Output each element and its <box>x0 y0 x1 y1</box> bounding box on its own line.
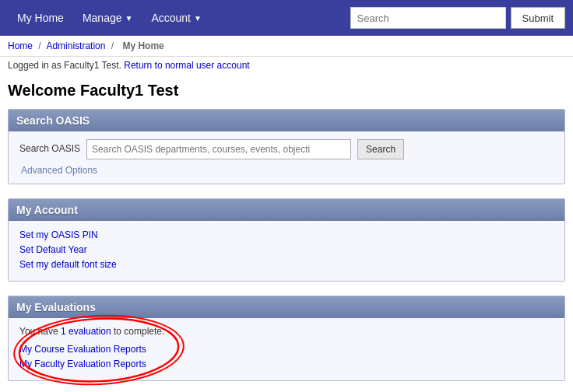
set-default-year-link[interactable]: Set Default Year <box>19 244 87 255</box>
course-eval-reports-link[interactable]: My Course Evaluation Reports <box>19 344 146 355</box>
breadcrumb: Home / Administration / My Home <box>0 36 573 57</box>
eval-links-list: My Course Evaluation Reports My Faculty … <box>19 343 554 369</box>
my-evaluations-header: My Evaluations <box>9 296 564 318</box>
list-item: Set Default Year <box>19 243 554 255</box>
faculty-eval-reports-link[interactable]: My Faculty Evaluation Reports <box>19 359 146 369</box>
list-item: My Faculty Evaluation Reports <box>19 358 554 369</box>
nav-myhome[interactable]: My Home <box>8 5 73 30</box>
set-default-font-link[interactable]: Set my default font size <box>19 259 117 270</box>
search-oasis-body: Search OASIS Search Advanced Options <box>9 131 564 184</box>
nav-account[interactable]: Account ▼ <box>142 5 211 30</box>
nav-search-input[interactable] <box>350 7 506 29</box>
list-item: Set my default font size <box>19 258 554 270</box>
list-item: Set my OASIS PIN <box>19 229 554 240</box>
search-oasis-button[interactable]: Search <box>357 139 404 159</box>
nav-search-wrapper: Submit <box>350 7 565 29</box>
navbar: My Home Manage ▼ Account ▼ Submit <box>0 0 573 36</box>
breadcrumb-home-link[interactable]: Home <box>8 40 33 51</box>
manage-dropdown-arrow: ▼ <box>125 14 133 23</box>
nav-manage[interactable]: Manage ▼ <box>73 5 142 30</box>
set-oasis-pin-link[interactable]: Set my OASIS PIN <box>19 229 98 240</box>
my-account-body: Set my OASIS PIN Set Default Year Set my… <box>9 221 564 281</box>
nav-submit-button[interactable]: Submit <box>511 7 565 29</box>
account-dropdown-arrow: ▼ <box>194 14 202 23</box>
search-oasis-section: Search OASIS Search OASIS Search Advance… <box>8 109 565 184</box>
search-oasis-row: Search OASIS Search <box>19 139 554 159</box>
my-account-header: My Account <box>9 199 564 221</box>
search-oasis-input[interactable] <box>86 139 351 159</box>
breadcrumb-current: My Home <box>122 40 163 51</box>
welcome-heading: Welcome Faculty1 Test <box>0 75 573 109</box>
account-links-list: Set my OASIS PIN Set Default Year Set my… <box>19 229 554 270</box>
my-account-section: My Account Set my OASIS PIN Set Default … <box>8 198 565 282</box>
search-oasis-header: Search OASIS <box>9 110 564 131</box>
my-evaluations-body: You have 1 evaluation to complete. My Co… <box>9 318 564 380</box>
eval-count-link[interactable]: 1 evaluation <box>61 326 111 337</box>
advanced-options-link[interactable]: Advanced Options <box>21 165 97 176</box>
breadcrumb-admin-link[interactable]: Administration <box>46 40 105 51</box>
eval-notice-text: You have 1 evaluation to complete. <box>19 326 554 337</box>
search-oasis-label: Search OASIS <box>19 143 80 156</box>
content-area: Search OASIS Search OASIS Search Advance… <box>0 109 573 381</box>
return-normal-account-link[interactable]: Return to normal user account <box>124 60 249 71</box>
my-evaluations-section: My Evaluations You have 1 evaluation to … <box>8 296 565 381</box>
oval-annotation-container: You have 1 evaluation to complete. My Co… <box>19 326 554 369</box>
list-item: My Course Evaluation Reports <box>19 343 554 355</box>
logged-in-notice: Logged in as Faculty1 Test. Return to no… <box>0 57 573 75</box>
